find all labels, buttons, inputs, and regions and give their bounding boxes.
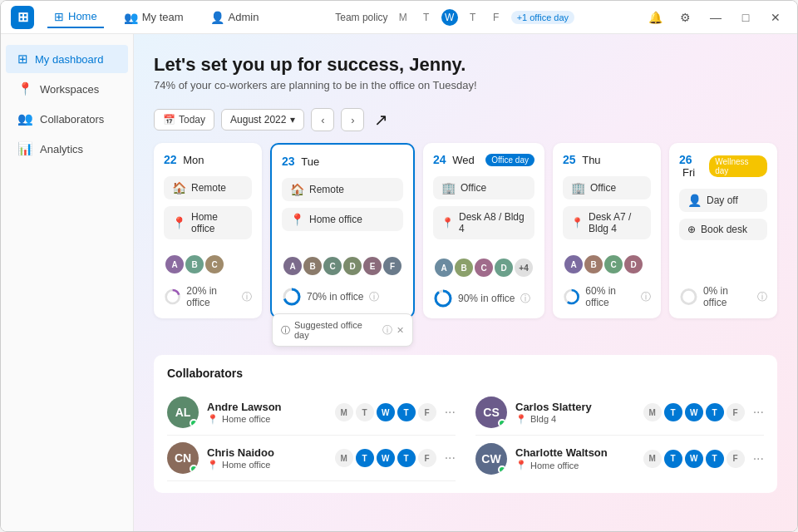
minimize-button[interactable]: — xyxy=(704,6,727,29)
restore-button[interactable]: □ xyxy=(734,6,757,29)
desk-thu[interactable]: 📍 Desk A7 / Bldg 4 xyxy=(563,206,651,239)
day-badge: F xyxy=(727,403,745,421)
sidebar-item-workspaces[interactable]: 📍 Workspaces xyxy=(6,75,128,103)
welcome-title: Let's set you up for success, Jenny. xyxy=(154,54,777,76)
collaborator-row: AL Andre Lawson 📍 Home office M xyxy=(167,390,456,436)
location-office-thu[interactable]: 🏢 Office xyxy=(563,176,651,200)
day-badge: M xyxy=(643,450,662,468)
avatar: C xyxy=(204,254,225,275)
office-pct-tue: 70% in office ⓘ xyxy=(282,287,403,307)
content-area: Let's set you up for success, Jenny. 74%… xyxy=(134,34,797,531)
plus-icon: ⊕ xyxy=(687,224,696,235)
info-icon[interactable]: ⓘ xyxy=(242,290,252,304)
avatar: B xyxy=(302,255,323,277)
location-homeoffice-mon[interactable]: 📍 Home office xyxy=(164,206,252,239)
avatars-thu: A B C D xyxy=(563,254,651,275)
desk-wed[interactable]: 📍 Desk A8 / Bldg 4 xyxy=(433,206,534,239)
day-T1[interactable]: T xyxy=(418,9,435,26)
settings-icon[interactable]: ⚙ xyxy=(674,6,697,29)
desk-icon: 📍 xyxy=(571,217,584,229)
day-badge: M xyxy=(643,403,662,421)
pct-chart-mon xyxy=(164,287,181,307)
next-arrow[interactable]: › xyxy=(341,108,364,131)
info-icon[interactable]: ⓘ xyxy=(641,290,651,304)
title-bar-center: Team policy M T W T F +1 office day xyxy=(335,9,574,26)
day-W[interactable]: W xyxy=(441,9,458,26)
avatar: CN xyxy=(167,442,199,474)
day-badge: T xyxy=(706,450,724,468)
day-badge: T xyxy=(397,449,416,467)
avatar: C xyxy=(473,257,495,278)
day-badge: T xyxy=(664,450,682,468)
sidebar-item-collaborators[interactable]: 👥 Collaborators xyxy=(6,105,128,133)
info-icon[interactable]: ⓘ xyxy=(520,292,530,306)
location-remote-tue[interactable]: 🏠 Remote xyxy=(282,178,403,201)
pct-chart-fri xyxy=(679,287,698,307)
avatar: D xyxy=(342,255,363,277)
avatar: E xyxy=(362,255,383,277)
welcome-subtitle: 74% of your co-workers are planning to b… xyxy=(154,79,777,91)
info-icon-2[interactable]: ⓘ xyxy=(382,323,392,337)
more-options-button[interactable]: ··· xyxy=(445,451,456,466)
close-suggestion-button[interactable]: ✕ xyxy=(397,325,404,336)
cursor-icon: ↗ xyxy=(374,110,388,130)
pct-chart-tue xyxy=(282,287,302,307)
svg-point-8 xyxy=(682,289,696,303)
calendar-icon: 📅 xyxy=(163,114,175,126)
collab-days: M T W T F xyxy=(643,403,745,421)
sidebar: ⊞ My dashboard 📍 Workspaces 👥 Collaborat… xyxy=(1,34,134,531)
close-button[interactable]: ✕ xyxy=(764,6,787,29)
dashboard-icon: ⊞ xyxy=(17,52,28,66)
day-F[interactable]: F xyxy=(488,9,505,26)
location-icon: 📍 xyxy=(207,414,219,425)
more-options-button[interactable]: ··· xyxy=(753,451,764,466)
pct-chart-thu xyxy=(563,287,580,307)
day-badge: W xyxy=(377,449,395,467)
day-badge: M xyxy=(335,403,353,421)
workspaces-icon: 📍 xyxy=(17,81,33,96)
location-homeoffice-tue[interactable]: 📍 Home office xyxy=(282,208,403,231)
bookdesk-fri[interactable]: ⊕ Book desk xyxy=(679,219,767,240)
info-icon[interactable]: ⓘ xyxy=(369,290,379,304)
home-icon: ⊞ xyxy=(54,10,64,23)
collab-days: M T W T F xyxy=(335,449,436,467)
location-office-wed[interactable]: 🏢 Office xyxy=(433,176,534,200)
location-icon: 📍 xyxy=(207,460,219,470)
more-options-button[interactable]: ··· xyxy=(753,405,764,420)
sidebar-item-dashboard[interactable]: ⊞ My dashboard xyxy=(6,45,128,73)
day-M[interactable]: M xyxy=(395,9,411,26)
avatar: CS xyxy=(475,397,507,428)
collab-days: M T W T F xyxy=(335,403,436,421)
chevron-down-icon: ▾ xyxy=(290,114,295,126)
office-icon: 🏢 xyxy=(441,181,456,195)
day-badge: F xyxy=(727,450,745,468)
info-icon[interactable]: ⓘ xyxy=(757,290,767,304)
tab-myteam[interactable]: 👥 My team xyxy=(117,7,190,27)
myteam-icon: 👥 xyxy=(124,11,138,24)
admin-icon: 👤 xyxy=(210,11,224,24)
collaborator-row: CW Charlotte Waltson 📍 Home office M xyxy=(475,436,764,481)
day-badge: M xyxy=(335,449,353,467)
day-T2[interactable]: T xyxy=(465,9,481,26)
month-selector[interactable]: August 2022 ▾ xyxy=(221,109,304,131)
sidebar-item-analytics[interactable]: 📊 Analytics xyxy=(6,135,128,163)
location-remote-mon[interactable]: 🏠 Remote xyxy=(164,176,252,200)
location-dayoff-fri[interactable]: 👤 Day off xyxy=(679,189,767,212)
more-options-button[interactable]: ··· xyxy=(445,405,456,420)
remote-icon: 🏠 xyxy=(172,181,186,195)
tab-home[interactable]: ⊞ Home xyxy=(47,7,104,28)
avatar: A xyxy=(433,257,455,278)
notification-icon[interactable]: 🔔 xyxy=(644,6,667,29)
tab-admin[interactable]: 👤 Admin xyxy=(204,7,266,27)
avatars-fri xyxy=(679,254,767,275)
collab-info: Charlotte Waltson 📍 Home office xyxy=(515,446,635,470)
prev-arrow[interactable]: ‹ xyxy=(311,108,334,131)
avatar: D xyxy=(623,254,644,275)
avatar: A xyxy=(164,254,185,275)
day-badge: T xyxy=(356,403,374,421)
collaborators-title: Collaborators xyxy=(167,367,764,380)
avatars-tue: A B C D E F xyxy=(282,255,403,277)
day-card-tue: 23 Tue 🏠 Remote 📍 Home office A xyxy=(270,143,415,318)
office-day-tag: Office day xyxy=(485,154,534,166)
today-button[interactable]: 📅 Today xyxy=(154,109,214,131)
